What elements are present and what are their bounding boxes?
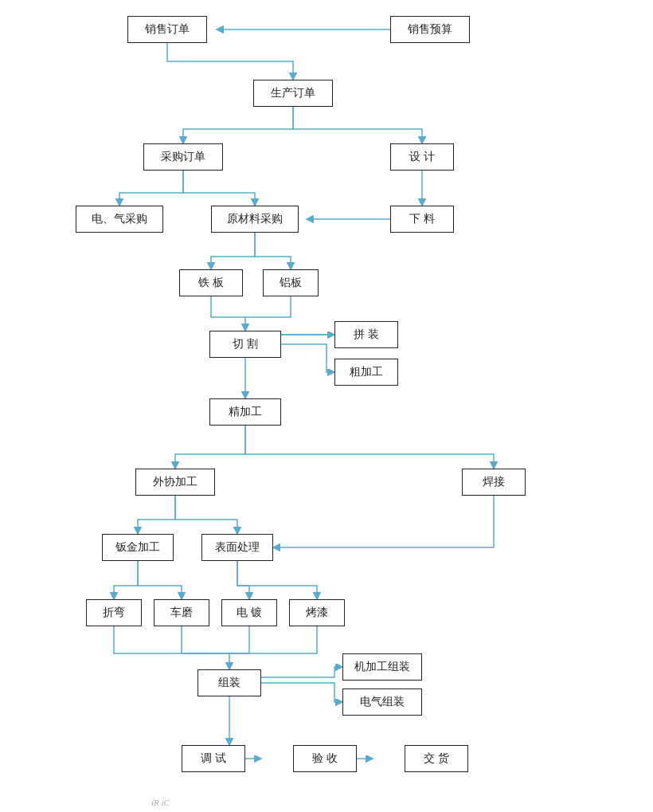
- aluminum-plate-box: 铝板: [263, 269, 319, 296]
- outsource-box: 外协加工: [135, 469, 215, 496]
- watermark: iR iC: [151, 798, 170, 807]
- delivery-box: 交 货: [405, 745, 468, 772]
- assembly-box: 拼 装: [334, 321, 398, 348]
- sales-budget-box: 销售预算: [390, 16, 470, 43]
- elec-purchase-box: 电、气采购: [76, 206, 163, 233]
- commissioning-box: 调 试: [182, 745, 245, 772]
- purchase-order-box: 采购订单: [143, 143, 223, 171]
- sales-order-box: 销售订单: [127, 16, 207, 43]
- cutting-box: 切 割: [209, 331, 281, 358]
- blanking-box: 下 料: [390, 206, 454, 233]
- mech-assembly-box: 机加工组装: [342, 653, 422, 681]
- surface-treat-box: 表面处理: [201, 534, 273, 561]
- elec-assembly-box: 电气组装: [342, 688, 422, 716]
- grinding-box: 车磨: [154, 599, 209, 626]
- assembly2-box: 组装: [197, 669, 261, 696]
- production-order-box: 生产订单: [253, 80, 333, 107]
- rough-process-box: 粗加工: [334, 359, 398, 386]
- raw-purchase-box: 原材料采购: [211, 206, 299, 233]
- bending-box: 折弯: [86, 599, 142, 626]
- arrows-layer: [0, 0, 653, 812]
- acceptance-box: 验 收: [293, 745, 357, 772]
- design-box: 设 计: [390, 143, 454, 171]
- flowchart: 销售订单 销售预算 生产订单 采购订单 设 计 电、气采购 原材料采购 下 料 …: [0, 0, 653, 812]
- sheet-metal-box: 钣金加工: [102, 534, 174, 561]
- electroplate-box: 电 镀: [221, 599, 277, 626]
- fine-process-box: 精加工: [209, 398, 281, 426]
- iron-plate-box: 铁 板: [179, 269, 243, 296]
- welding-box: 焊接: [462, 469, 526, 496]
- baking-paint-box: 烤漆: [289, 599, 345, 626]
